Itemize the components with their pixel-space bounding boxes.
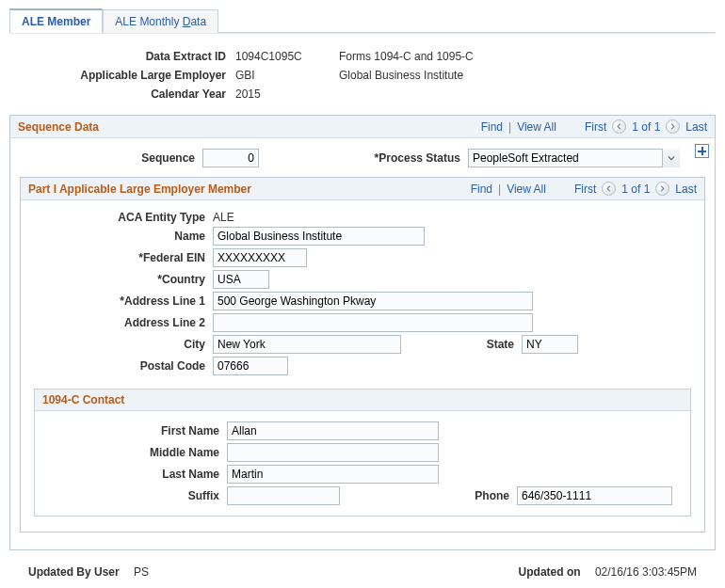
sequence-input[interactable] bbox=[202, 149, 259, 167]
prev-button[interactable] bbox=[602, 182, 616, 196]
chevron-left-icon bbox=[616, 123, 622, 130]
first-name-input[interactable] bbox=[227, 421, 439, 440]
year-value: 2015 bbox=[235, 87, 330, 101]
tab-ale-member[interactable]: ALE Member bbox=[9, 8, 103, 33]
add-row-button[interactable] bbox=[695, 144, 709, 158]
contact-title: 1094-C Contact bbox=[35, 389, 690, 411]
contact-group: 1094-C Contact First Name Middle Name bbox=[34, 389, 691, 516]
addr1-input[interactable] bbox=[213, 292, 533, 310]
tab-strip: ALE Member ALE Monthly Data bbox=[9, 8, 716, 33]
updated-on-value: 02/16/16 3:03:45PM bbox=[595, 565, 697, 579]
entity-type-label: ACA Entity Type bbox=[30, 211, 209, 224]
middle-name-label: Middle Name bbox=[44, 446, 223, 459]
prev-button[interactable] bbox=[612, 119, 626, 134]
tab-label-pre: ALE Monthly bbox=[115, 15, 182, 28]
suffix-label: Suffix bbox=[44, 489, 223, 502]
sequence-data-group: Sequence Data Find | View All First 1 of… bbox=[9, 115, 716, 550]
nav-position[interactable]: 1 of 1 bbox=[632, 120, 660, 134]
audit-footer: Updated By User PS Updated on 02/16/16 3… bbox=[9, 556, 716, 579]
last-link[interactable]: Last bbox=[675, 183, 697, 196]
first-link[interactable]: First bbox=[574, 183, 596, 196]
process-status-select[interactable]: PeopleSoft Extracted bbox=[468, 149, 680, 167]
last-name-label: Last Name bbox=[44, 468, 223, 481]
next-button[interactable] bbox=[655, 182, 669, 196]
employer-desc: Global Business Institute bbox=[339, 69, 716, 82]
first-name-label: First Name bbox=[44, 424, 223, 437]
updated-by-label: Updated By User bbox=[28, 565, 120, 579]
extract-id-value: 1094C1095C bbox=[235, 50, 330, 63]
part1-scroll-nav: Find | View All First 1 of 1 Last bbox=[471, 182, 697, 196]
view-all-link[interactable]: View All bbox=[517, 120, 556, 134]
employer-id: GBI bbox=[235, 69, 330, 82]
extract-id-label: Data Extract ID bbox=[9, 50, 226, 63]
sequence-scroll-nav: Find | View All First 1 of 1 Last bbox=[481, 119, 707, 134]
chevron-left-icon bbox=[605, 185, 612, 192]
last-link[interactable]: Last bbox=[685, 120, 707, 134]
city-label: City bbox=[30, 338, 209, 351]
header-section: Data Extract ID 1094C1095C Forms 1094-C … bbox=[9, 47, 716, 103]
employer-label: Applicable Large Employer bbox=[9, 69, 226, 82]
addr2-label: Address Line 2 bbox=[30, 316, 209, 329]
postal-label: Postal Code bbox=[30, 359, 209, 373]
sequence-title: Sequence Data bbox=[18, 120, 99, 134]
phone-input[interactable] bbox=[517, 486, 672, 505]
last-name-input[interactable] bbox=[227, 465, 439, 484]
city-input[interactable] bbox=[213, 335, 401, 354]
extract-id-desc: Forms 1094-C and 1095-C bbox=[339, 50, 716, 63]
tab-label-post: ata bbox=[190, 15, 206, 28]
part1-group: Part I Applicable Large Employer Member … bbox=[20, 177, 705, 532]
addr2-input[interactable] bbox=[213, 313, 533, 332]
state-input[interactable] bbox=[522, 335, 578, 354]
phone-label: Phone bbox=[391, 489, 513, 502]
updated-on-label: Updated on bbox=[519, 565, 581, 579]
process-status-label: *Process Status bbox=[361, 151, 464, 165]
country-input[interactable] bbox=[213, 270, 269, 289]
postal-input[interactable] bbox=[213, 357, 288, 375]
updated-by-value: PS bbox=[134, 565, 149, 579]
country-label: *Country bbox=[30, 273, 209, 286]
name-input[interactable] bbox=[213, 227, 425, 246]
part1-title: Part I Applicable Large Employer Member bbox=[28, 183, 251, 196]
suffix-input[interactable] bbox=[227, 486, 340, 505]
state-label: State bbox=[424, 338, 518, 351]
first-link[interactable]: First bbox=[585, 120, 606, 134]
tab-label: ALE Member bbox=[22, 15, 90, 28]
find-link[interactable]: Find bbox=[471, 183, 492, 196]
view-all-link[interactable]: View All bbox=[507, 183, 546, 196]
addr1-label: *Address Line 1 bbox=[30, 294, 209, 308]
chevron-right-icon bbox=[659, 185, 666, 192]
entity-type-value: ALE bbox=[213, 211, 413, 224]
chevron-right-icon bbox=[669, 123, 676, 130]
nav-position[interactable]: 1 of 1 bbox=[621, 183, 650, 196]
next-button[interactable] bbox=[666, 119, 680, 134]
fein-label: *Federal EIN bbox=[30, 251, 209, 264]
year-label: Calendar Year bbox=[9, 87, 226, 101]
sequence-label: Sequence bbox=[20, 151, 199, 165]
tab-ale-monthly-data[interactable]: ALE Monthly Data bbox=[103, 9, 218, 33]
name-label: Name bbox=[30, 230, 209, 243]
find-link[interactable]: Find bbox=[481, 120, 503, 134]
fein-input[interactable] bbox=[213, 248, 307, 267]
middle-name-input[interactable] bbox=[227, 443, 439, 462]
